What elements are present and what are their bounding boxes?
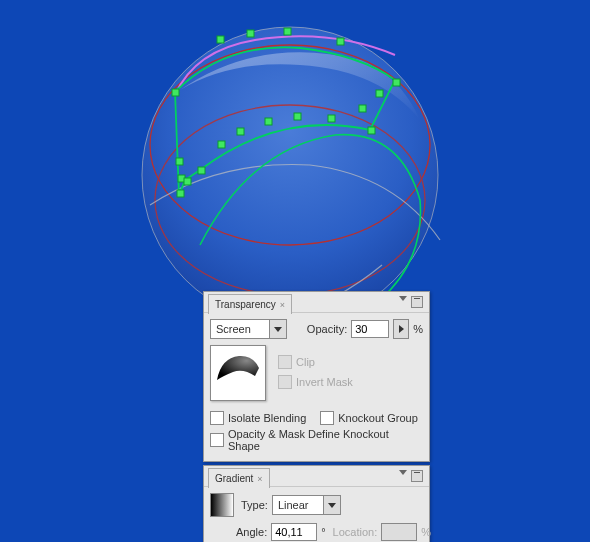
- svg-rect-9: [198, 167, 205, 174]
- gradient-swatch[interactable]: [210, 493, 234, 517]
- svg-rect-11: [247, 30, 254, 37]
- tab-label: Transparency: [215, 299, 276, 310]
- svg-rect-12: [284, 28, 291, 35]
- svg-rect-13: [337, 38, 344, 45]
- svg-rect-18: [265, 118, 272, 125]
- tab-label: Gradient: [215, 473, 253, 484]
- angle-label: Angle:: [236, 526, 267, 538]
- chevron-down-icon: [274, 327, 282, 332]
- gradient-type-select[interactable]: Linear: [272, 495, 341, 515]
- svg-rect-4: [172, 89, 179, 96]
- blend-mode-value: Screen: [211, 323, 269, 335]
- svg-rect-10: [217, 36, 224, 43]
- transparency-panel: Transparency × Screen Opacity: %: [203, 291, 430, 462]
- knockout-group-checkbox[interactable]: Knockout Group: [320, 411, 418, 425]
- svg-rect-8: [184, 178, 191, 185]
- deg-label: °: [321, 526, 325, 538]
- isolate-blending-checkbox[interactable]: Isolate Blending: [210, 411, 306, 425]
- chevron-down-icon: [328, 503, 336, 508]
- svg-rect-21: [359, 105, 366, 112]
- gradient-panel-header: Gradient ×: [204, 466, 429, 487]
- gradient-type-value: Linear: [273, 499, 323, 511]
- minimize-icon[interactable]: [411, 470, 423, 482]
- transparency-thumbnail[interactable]: [210, 345, 266, 401]
- location-input: [381, 523, 417, 541]
- svg-rect-16: [328, 115, 335, 122]
- opacity-slider-button[interactable]: [393, 319, 409, 339]
- transparency-panel-header: Transparency ×: [204, 292, 429, 313]
- opacity-mask-knockout-checkbox[interactable]: Opacity & Mask Define Knockout Shape: [210, 428, 423, 452]
- type-label: Type:: [241, 499, 268, 511]
- svg-rect-19: [237, 128, 244, 135]
- invert-mask-checkbox: Invert Mask: [278, 375, 353, 389]
- transparency-tab[interactable]: Transparency ×: [208, 294, 292, 314]
- svg-rect-5: [176, 158, 183, 165]
- location-label: Location:: [333, 526, 378, 538]
- svg-point-0: [142, 27, 438, 323]
- blend-mode-select[interactable]: Screen: [210, 319, 287, 339]
- opacity-input[interactable]: [351, 320, 389, 338]
- svg-rect-17: [294, 113, 301, 120]
- close-icon[interactable]: ×: [280, 300, 285, 310]
- pct-label: %: [413, 323, 423, 335]
- minimize-icon[interactable]: [411, 296, 423, 308]
- panel-menu-icon[interactable]: [399, 296, 407, 301]
- svg-rect-14: [393, 79, 400, 86]
- opacity-label: Opacity:: [307, 323, 347, 335]
- svg-rect-20: [218, 141, 225, 148]
- chevron-right-icon: [399, 325, 404, 333]
- clip-checkbox: Clip: [278, 355, 315, 369]
- svg-rect-15: [368, 127, 375, 134]
- gradient-panel: Gradient × Type: Linear Angle: ° Locatio…: [203, 465, 430, 542]
- angle-input[interactable]: [271, 523, 317, 541]
- gradient-tab[interactable]: Gradient ×: [208, 468, 270, 488]
- svg-rect-22: [376, 90, 383, 97]
- close-icon[interactable]: ×: [257, 474, 262, 484]
- panel-menu-icon[interactable]: [399, 470, 407, 475]
- pct-label: %: [421, 526, 431, 538]
- svg-rect-7: [177, 190, 184, 197]
